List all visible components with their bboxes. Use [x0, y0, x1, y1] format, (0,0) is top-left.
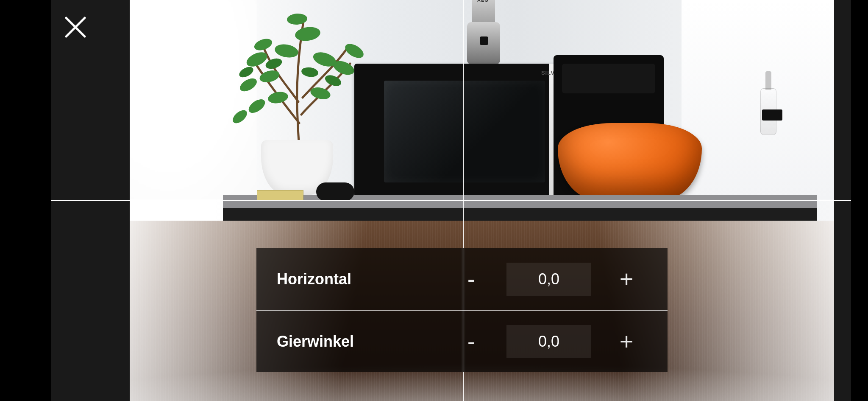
camera-calibration-screen: AEG SILVERCREST	[0, 0, 868, 401]
horizontal-increment-button[interactable]: +	[612, 267, 641, 291]
yaw-label: Gierwinkel	[256, 333, 396, 351]
close-button[interactable]	[64, 15, 87, 39]
yaw-value[interactable]: 0,0	[506, 325, 591, 358]
bottle	[758, 71, 779, 135]
crosshair-horizontal	[51, 200, 851, 201]
close-icon	[64, 15, 87, 39]
orange-bowl	[558, 123, 702, 199]
letterbox-left	[0, 0, 51, 401]
blender-brand-label: AEG	[477, 0, 489, 3]
row-horizontal: Horizontal - 0,0 +	[256, 248, 668, 310]
horizontal-label: Horizontal	[256, 270, 396, 288]
yaw-decrement-button[interactable]: -	[456, 330, 486, 353]
smart-speaker	[316, 182, 354, 201]
blender: AEG	[460, 0, 507, 68]
horizontal-value[interactable]: 0,0	[506, 263, 591, 296]
letterbox-right	[851, 0, 868, 401]
horizontal-decrement-button[interactable]: -	[456, 267, 486, 291]
countertop	[223, 195, 817, 208]
yaw-increment-button[interactable]: +	[612, 330, 641, 353]
row-yaw: Gierwinkel - 0,0 +	[256, 310, 668, 372]
window-left	[130, 0, 257, 199]
small-box	[257, 190, 303, 201]
calibration-panel: Horizontal - 0,0 + Gierwinkel - 0,0 +	[256, 248, 668, 372]
